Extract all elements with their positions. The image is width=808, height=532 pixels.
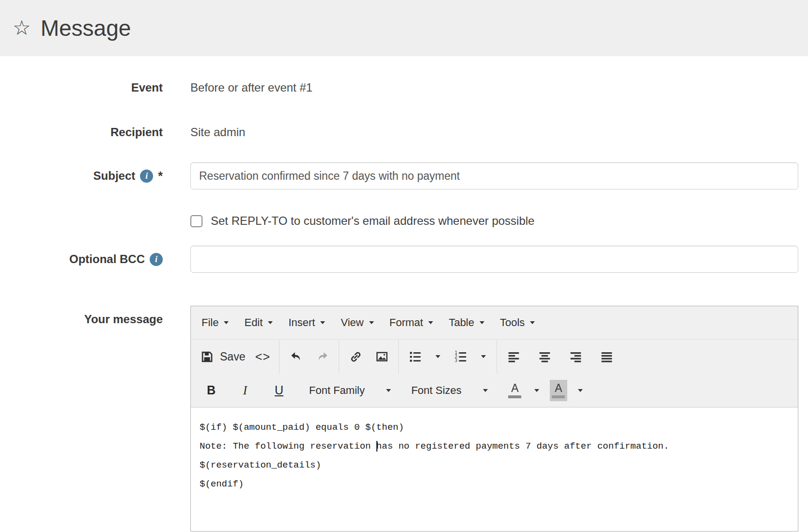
chevron-down-icon — [268, 321, 273, 324]
page-header: ☆ Message — [0, 0, 808, 56]
text-color-icon: A — [511, 383, 518, 394]
rich-text-editor: File Edit Insert View Format — [190, 306, 798, 532]
menu-insert[interactable]: Insert — [280, 312, 333, 333]
chevron-down-icon — [320, 321, 325, 324]
menu-view[interactable]: View — [333, 312, 381, 333]
message-label: Your message — [0, 306, 163, 326]
align-left-icon — [507, 350, 520, 363]
reply-to-label: Set REPLY-TO to customer's email address… — [211, 214, 534, 228]
align-justify-icon — [600, 350, 613, 363]
underline-icon: U — [275, 383, 283, 397]
info-icon[interactable]: i — [140, 170, 153, 183]
bcc-label: Optional BCC — [69, 252, 145, 266]
chevron-down-icon — [483, 389, 488, 392]
chevron-down-icon — [480, 321, 484, 324]
chevron-down-icon — [481, 355, 486, 358]
image-icon — [375, 350, 388, 363]
template-line: Note: The following reservation has no r… — [200, 440, 789, 452]
chevron-down-icon — [534, 389, 539, 392]
source-code-icon: <> — [255, 350, 270, 364]
message-form: Event Before or after event #1 Recipient… — [0, 56, 808, 532]
align-center-button[interactable] — [533, 345, 556, 368]
chevron-down-icon — [428, 321, 433, 324]
menu-file[interactable]: File — [194, 312, 236, 333]
align-right-button[interactable] — [564, 345, 587, 368]
background-color-icon: A — [555, 383, 562, 394]
subject-input[interactable] — [190, 162, 798, 189]
bold-icon: B — [207, 383, 216, 397]
bold-button[interactable]: B — [200, 379, 223, 402]
font-family-select[interactable]: Font Family — [300, 379, 400, 402]
bcc-row: Optional BCC i — [0, 246, 808, 273]
undo-icon — [290, 350, 303, 363]
insert-image-button[interactable] — [370, 345, 393, 368]
recipient-value: Site admin — [190, 125, 798, 139]
template-line: $(endif) — [200, 478, 789, 490]
redo-icon — [316, 350, 329, 363]
chevron-down-icon — [386, 389, 391, 392]
chevron-down-icon — [224, 321, 229, 324]
page-title: ☆ Message — [13, 15, 131, 41]
align-right-icon — [569, 350, 582, 363]
menu-tools[interactable]: Tools — [492, 312, 543, 333]
recipient-label: Recipient — [0, 125, 163, 139]
page-title-text: Message — [41, 15, 131, 41]
link-icon — [349, 350, 362, 363]
message-row: Your message File Edit Insert View — [0, 306, 808, 532]
info-icon[interactable]: i — [150, 253, 163, 266]
reply-to-option[interactable]: Set REPLY-TO to customer's email address… — [190, 214, 798, 228]
bullet-list-menu-button[interactable] — [430, 346, 446, 367]
reply-to-checkbox[interactable] — [190, 215, 202, 227]
insert-link-button[interactable] — [344, 345, 367, 368]
event-label: Event — [0, 81, 163, 94]
recipient-row: Recipient Site admin — [0, 125, 808, 140]
event-value: Before or after event #1 — [190, 81, 798, 94]
chevron-down-icon — [578, 389, 583, 392]
chevron-down-icon — [369, 321, 374, 324]
bcc-input[interactable] — [190, 246, 798, 273]
editor-menubar: File Edit Insert View Format — [191, 306, 798, 340]
numbered-list-menu-button[interactable] — [475, 346, 492, 367]
background-color-menu-button[interactable] — [572, 380, 589, 401]
template-line: $(if) $(amount_paid) equals 0 $(then) — [200, 422, 789, 433]
event-row: Event Before or after event #1 — [0, 80, 808, 95]
bullet-list-icon — [409, 350, 422, 363]
subject-label: Subject — [93, 169, 136, 183]
align-justify-button[interactable] — [595, 345, 618, 368]
underline-button[interactable]: U — [267, 379, 291, 402]
toolbar-row-2: B I U Font Family — [191, 374, 798, 407]
template-line: $(reservation_details) — [200, 459, 789, 471]
bullet-list-button[interactable] — [404, 345, 427, 368]
italic-button[interactable]: I — [233, 379, 257, 402]
numbered-list-button[interactable]: 123 — [449, 345, 472, 368]
menu-table[interactable]: Table — [441, 312, 492, 333]
text-color-swatch — [508, 395, 521, 398]
menu-edit[interactable]: Edit — [236, 312, 280, 333]
redo-button[interactable] — [311, 345, 334, 368]
chevron-down-icon — [530, 321, 535, 324]
save-button[interactable]: Save — [198, 345, 248, 368]
source-code-button[interactable]: <> — [251, 345, 274, 368]
menu-format[interactable]: Format — [382, 312, 441, 333]
text-color-menu-button[interactable] — [528, 380, 545, 401]
subject-row: Subject i * — [0, 162, 808, 189]
message-body-editable[interactable]: $(if) $(amount_paid) equals 0 $(then) No… — [191, 407, 798, 531]
svg-text:3: 3 — [455, 358, 457, 363]
background-color-button[interactable]: A — [550, 380, 567, 401]
align-left-button[interactable] — [502, 345, 525, 368]
required-asterisk: * — [158, 169, 163, 183]
undo-button[interactable] — [284, 345, 308, 368]
numbered-list-icon: 123 — [454, 350, 467, 363]
align-center-icon — [538, 350, 551, 363]
italic-icon: I — [243, 384, 247, 397]
text-color-button[interactable]: A — [506, 380, 524, 401]
editor-toolbar: Save <> — [191, 340, 798, 407]
chevron-down-icon — [435, 355, 440, 358]
toolbar-row-1: Save <> — [191, 340, 798, 374]
save-icon — [201, 350, 214, 363]
star-icon: ☆ — [13, 18, 31, 38]
reply-to-row: Set REPLY-TO to customer's email address… — [0, 215, 808, 227]
font-sizes-select[interactable]: Font Sizes — [403, 379, 497, 402]
background-color-swatch — [552, 395, 565, 398]
